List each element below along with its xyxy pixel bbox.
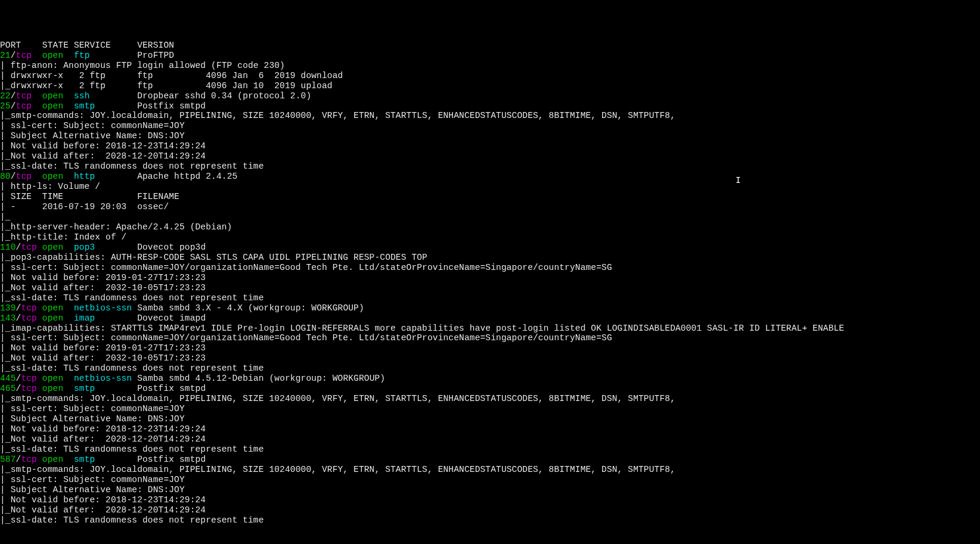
- output-line: |_ssl-date: TLS randomness does not repr…: [0, 293, 980, 303]
- output-line: |_imap-capabilities: STARTTLS IMAP4rev1 …: [0, 324, 980, 334]
- segment: Postfix smtpd: [95, 101, 206, 111]
- segment: | drwxrwxr-x 2 ftp ftp 4096 Jan 6 2019 d…: [0, 71, 343, 80]
- segment: |_Not valid after: 2032-10-05T17:23:23: [0, 353, 206, 363]
- output-line: 445/tcp open netbios-ssn Samba smbd 4.5.…: [0, 374, 980, 384]
- output-line: | ssl-cert: Subject: commonName=JOY/orga…: [0, 333, 980, 343]
- output-line: |_: [0, 212, 980, 222]
- segment: |_smtp-commands: JOY.localdomain, PIPELI…: [0, 394, 681, 403]
- segment: smtp: [74, 384, 95, 393]
- segment: [63, 91, 74, 101]
- segment: | ssl-cert: Subject: commonName=JOY/orga…: [0, 333, 612, 343]
- header-row: PORT STATE SERVICE VERSION: [0, 41, 980, 51]
- output-line: |_ssl-date: TLS randomness does not repr…: [0, 161, 980, 172]
- segment: [63, 172, 74, 181]
- output-line: | http-ls: Volume /: [0, 182, 980, 192]
- segment: Samba smbd 3.X - 4.X (workgroup: WORKGRO…: [132, 303, 364, 313]
- segment: smtp: [74, 455, 95, 464]
- segment: pop3: [74, 243, 95, 252]
- output-line: |_ssl-date: TLS randomness does not repr…: [0, 515, 980, 526]
- output-line: |_Not valid after: 2028-12-20T14:29:24: [0, 505, 980, 515]
- segment: | Not valid before: 2018-12-23T14:29:24: [0, 141, 206, 151]
- segment: |_smtp-commands: JOY.localdomain, PIPELI…: [0, 465, 681, 474]
- segment: [37, 455, 42, 464]
- output-line: |_smtp-commands: JOY.localdomain, PIPELI…: [0, 111, 980, 121]
- segment: 143: [0, 313, 16, 323]
- segment: ssh: [74, 91, 90, 101]
- segment: |_: [0, 212, 11, 222]
- segment: [37, 374, 42, 383]
- segment: [37, 243, 42, 252]
- output-line: | ftp-anon: Anonymous FTP login allowed …: [0, 61, 980, 71]
- segment: |_http-server-header: Apache/2.4.25 (Deb…: [0, 222, 232, 232]
- segment: |_http-title: Index of /: [0, 232, 126, 242]
- segment: [63, 51, 74, 60]
- segment: [32, 91, 42, 101]
- segment: | ssl-cert: Subject: commonName=JOY: [0, 121, 185, 130]
- segment: |_ssl-date: TLS randomness does not repr…: [0, 444, 264, 454]
- segment: open: [42, 91, 63, 101]
- output-line: |_Not valid after: 2032-10-05T17:23:23: [0, 353, 980, 363]
- segment: [63, 384, 74, 393]
- segment: imap: [74, 313, 95, 323]
- segment: | Not valid before: 2019-01-27T17:23:23: [0, 273, 206, 282]
- output-line: | Subject Alternative Name: DNS:JOY: [0, 485, 980, 495]
- output-line: | Subject Alternative Name: DNS:JOY: [0, 131, 980, 141]
- segment: open: [42, 313, 63, 323]
- terminal-output[interactable]: PORT STATE SERVICE VERSION21/tcp open ft…: [0, 41, 980, 526]
- output-line: | SIZE TIME FILENAME: [0, 192, 980, 202]
- segment: tcp: [21, 303, 37, 313]
- output-line: 21/tcp open ftp ProFTPD: [0, 51, 980, 61]
- segment: tcp: [21, 313, 37, 323]
- segment: Dovecot imapd: [95, 313, 206, 323]
- output-line: | ssl-cert: Subject: commonName=JOY: [0, 121, 980, 131]
- output-line: 465/tcp open smtp Postfix smtpd: [0, 384, 980, 394]
- segment: Dovecot pop3d: [95, 243, 206, 252]
- segment: Apache httpd 2.4.25: [95, 172, 237, 181]
- output-line: |_drwxrwxr-x 2 ftp ftp 4096 Jan 10 2019 …: [0, 81, 980, 91]
- output-line: 139/tcp open netbios-ssn Samba smbd 3.X …: [0, 303, 980, 313]
- output-line: 587/tcp open smtp Postfix smtpd: [0, 455, 980, 465]
- segment: |_ssl-date: TLS randomness does not repr…: [0, 363, 264, 373]
- segment: [63, 313, 74, 323]
- segment: open: [42, 51, 63, 60]
- segment: [63, 243, 74, 252]
- segment: | Subject Alternative Name: DNS:JOY: [0, 414, 185, 424]
- output-line: |_smtp-commands: JOY.localdomain, PIPELI…: [0, 394, 980, 404]
- segment: 80: [0, 172, 11, 181]
- segment: tcp: [16, 51, 32, 60]
- segment: | Not valid before: 2018-12-23T14:29:24: [0, 424, 206, 434]
- segment: Postfix smtpd: [95, 384, 206, 393]
- output-line: |_smtp-commands: JOY.localdomain, PIPELI…: [0, 465, 980, 475]
- output-line: | Not valid before: 2018-12-23T14:29:24: [0, 141, 980, 151]
- segment: tcp: [16, 91, 32, 101]
- segment: /: [11, 91, 16, 101]
- segment: [32, 101, 42, 111]
- output-line: | - 2016-07-19 20:03 ossec/: [0, 202, 980, 212]
- output-line: |_http-server-header: Apache/2.4.25 (Deb…: [0, 222, 980, 232]
- segment: 21: [0, 51, 11, 60]
- segment: [32, 172, 42, 181]
- output-line: | Subject Alternative Name: DNS:JOY: [0, 414, 980, 424]
- segment: |_ssl-date: TLS randomness does not repr…: [0, 161, 264, 171]
- segment: | - 2016-07-19 20:03 ossec/: [0, 202, 169, 212]
- segment: [63, 303, 74, 313]
- segment: open: [42, 243, 63, 252]
- segment: Postfix smtpd: [95, 455, 206, 464]
- segment: open: [42, 172, 63, 181]
- segment: open: [42, 455, 63, 464]
- segment: [37, 303, 42, 313]
- text-cursor: I: [736, 176, 741, 186]
- segment: open: [42, 374, 63, 383]
- segment: |_Not valid after: 2028-12-20T14:29:24: [0, 151, 206, 161]
- segment: tcp: [16, 172, 32, 181]
- output-line: |_Not valid after: 2028-12-20T14:29:24: [0, 434, 980, 444]
- segment: [63, 455, 74, 464]
- segment: 445: [0, 374, 16, 383]
- output-line: 22/tcp open ssh Dropbear sshd 0.34 (prot…: [0, 91, 980, 101]
- segment: | http-ls: Volume /: [0, 182, 100, 191]
- segment: |_Not valid after: 2028-12-20T14:29:24: [0, 434, 206, 444]
- segment: [63, 101, 74, 111]
- segment: tcp: [21, 374, 37, 383]
- segment: | Not valid before: 2019-01-27T17:23:23: [0, 343, 206, 353]
- segment: tcp: [21, 243, 37, 252]
